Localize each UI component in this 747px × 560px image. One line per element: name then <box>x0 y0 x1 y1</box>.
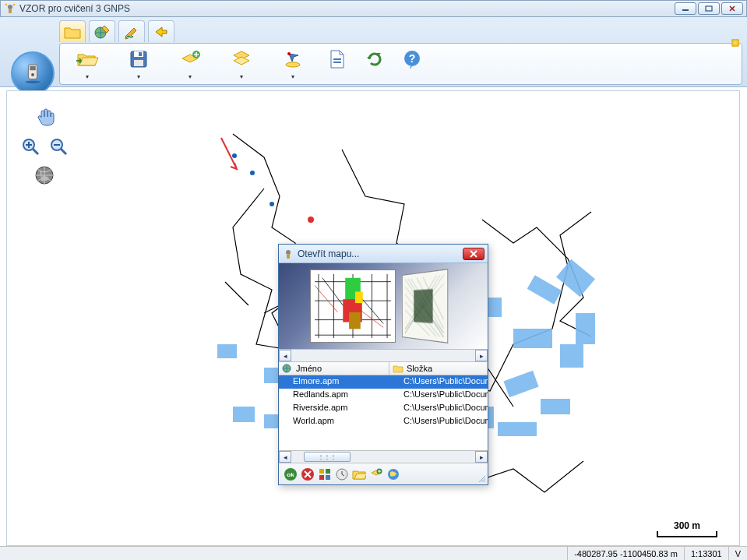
tab-back[interactable] <box>148 20 174 42</box>
svg-rect-37 <box>264 368 280 383</box>
layers-button[interactable] <box>229 47 254 72</box>
pan-tool-button[interactable] <box>35 107 68 132</box>
maximize-button[interactable] <box>698 2 720 15</box>
svg-rect-39 <box>217 344 237 358</box>
svg-rect-33 <box>560 344 583 368</box>
dialog-title-bar[interactable]: Otevřít mapu... <box>279 245 488 263</box>
browse-button[interactable] <box>352 467 366 481</box>
svg-point-52 <box>250 171 255 175</box>
hscroll-thumb[interactable]: ⋮⋮⋮ <box>304 452 351 462</box>
add-map-button[interactable] <box>369 467 383 481</box>
recent-button[interactable] <box>335 467 349 481</box>
open-folder-button[interactable] <box>75 47 100 72</box>
svg-rect-2 <box>682 9 689 11</box>
scale-label: 300 m <box>674 520 700 531</box>
file-list-row[interactable]: Elmore.apm C:\Users\Public\Docum <box>279 375 488 389</box>
app-menu-orb[interactable] <box>11 51 55 95</box>
column-header-folder[interactable]: Složka <box>389 362 488 375</box>
ribbon-area: ▾ ▾ ▾ ▾ ▾ <box>0 17 747 87</box>
save-button[interactable] <box>126 47 151 72</box>
svg-rect-18 <box>333 62 341 63</box>
svg-rect-68 <box>326 469 330 474</box>
document-button[interactable] <box>325 47 350 72</box>
status-mode: V <box>728 547 747 560</box>
tab-folder[interactable] <box>59 20 86 42</box>
svg-point-6 <box>31 73 34 76</box>
svg-rect-31 <box>503 371 538 397</box>
add-layer-dropdown[interactable]: ▾ <box>189 73 192 80</box>
map-thumbnail-next[interactable] <box>402 269 448 343</box>
svg-rect-40 <box>556 259 595 298</box>
ribbon-toolbar: ▾ ▾ ▾ ▾ ▾ <box>59 43 742 85</box>
app-icon <box>4 2 16 15</box>
nav-tool-cluster <box>21 107 68 188</box>
svg-rect-60 <box>355 291 363 303</box>
svg-point-51 <box>232 153 237 158</box>
file-list-row[interactable]: Riverside.apm C:\Users\Public\Docum <box>279 402 488 415</box>
map-canvas-area[interactable]: Otevřít mapu... <box>6 90 740 546</box>
file-list-row[interactable]: World.apm C:\Users\Public\Docum <box>279 415 488 428</box>
svg-rect-59 <box>349 312 361 329</box>
svg-text:?: ? <box>409 52 416 65</box>
column-header-name[interactable]: Jméno <box>279 362 389 375</box>
full-extent-button[interactable] <box>33 164 68 188</box>
scale-line-icon <box>657 531 717 537</box>
add-layer-button[interactable] <box>178 47 203 72</box>
preview-scrollbar[interactable]: ◂ ▸ <box>279 349 488 361</box>
save-dropdown[interactable]: ▾ <box>137 73 140 80</box>
status-coordinates: -480287.95 -1100450.83 m <box>567 547 684 560</box>
file-list-hscrollbar[interactable]: ◂ ⋮⋮⋮ ▸ <box>279 450 488 463</box>
svg-rect-13 <box>134 60 143 66</box>
close-button[interactable] <box>721 2 743 15</box>
web-map-button[interactable] <box>386 467 400 481</box>
layers-dropdown[interactable]: ▾ <box>240 73 243 80</box>
minimize-button[interactable] <box>675 2 696 15</box>
scroll-right-button[interactable]: ▸ <box>475 350 488 361</box>
cancel-button[interactable] <box>301 467 315 481</box>
svg-point-16 <box>287 52 291 55</box>
help-button[interactable]: ? <box>400 47 425 72</box>
gps-button[interactable] <box>280 47 305 72</box>
refresh-button[interactable] <box>362 47 387 72</box>
svg-rect-32 <box>513 329 552 348</box>
svg-rect-42 <box>541 399 570 414</box>
window-title-bar: VZOR pro cvičení 3 GNPS <box>0 0 747 17</box>
notification-indicator-icon[interactable] <box>731 39 739 47</box>
file-list-header: Jméno Složka <box>279 361 488 375</box>
svg-rect-62 <box>414 289 433 323</box>
dialog-close-button[interactable] <box>463 248 484 260</box>
tab-globe-edit[interactable] <box>89 20 115 42</box>
svg-rect-5 <box>30 66 36 71</box>
window-title: VZOR pro cvičení 3 GNPS <box>19 3 675 14</box>
dialog-title: Otevřít mapu... <box>298 248 463 259</box>
dialog-icon <box>282 248 294 260</box>
scale-bar: 300 m <box>657 520 717 537</box>
svg-rect-34 <box>527 275 562 304</box>
svg-point-7 <box>26 80 41 83</box>
folder-small-icon <box>393 364 403 373</box>
svg-rect-69 <box>319 475 324 480</box>
hscroll-right-button[interactable]: ▸ <box>475 451 488 463</box>
ok-button[interactable]: ok <box>284 467 298 481</box>
svg-rect-67 <box>319 469 324 474</box>
grid-view-button[interactable] <box>318 467 332 481</box>
svg-rect-41 <box>576 313 595 344</box>
zoom-out-button[interactable] <box>49 137 69 160</box>
gps-dropdown[interactable]: ▾ <box>291 73 294 80</box>
svg-point-50 <box>308 217 313 222</box>
open-folder-dropdown[interactable]: ▾ <box>86 73 89 80</box>
file-list[interactable]: Elmore.apm C:\Users\Public\Docum Redland… <box>279 375 488 450</box>
tab-edit[interactable] <box>118 20 145 42</box>
zoom-in-button[interactable] <box>21 137 41 160</box>
file-list-row[interactable]: Redlands.apm C:\Users\Public\Docum <box>279 389 488 402</box>
hscroll-left-button[interactable]: ◂ <box>279 451 291 463</box>
scroll-left-button[interactable]: ◂ <box>279 350 291 361</box>
svg-rect-12 <box>139 52 142 56</box>
resize-grip-icon[interactable] <box>478 475 486 483</box>
map-thumbnail-selected[interactable] <box>310 269 396 343</box>
svg-rect-24 <box>233 407 255 422</box>
svg-text:ok: ok <box>287 471 294 478</box>
svg-point-15 <box>286 62 300 67</box>
dialog-action-toolbar: ok <box>279 463 488 484</box>
svg-rect-70 <box>326 475 330 480</box>
